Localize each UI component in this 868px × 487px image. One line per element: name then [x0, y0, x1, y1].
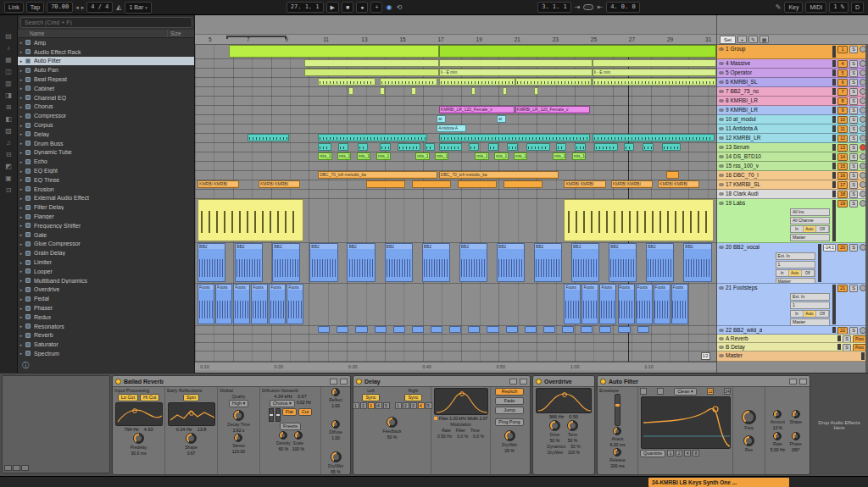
filter-readout[interactable]: Filter 1.00 kHz Width 2.07 — [439, 416, 488, 421]
track-header[interactable]: 20 BB2_vocalExt. In1InAutoOffMaster-14.1… — [717, 243, 868, 284]
post-toggle[interactable]: Post — [853, 335, 866, 343]
clip[interactable]: mis_1 — [475, 152, 489, 160]
spin-rate-value[interactable]: 0.24 Hz — [176, 427, 192, 432]
od-q-value[interactable]: 0.50 — [569, 414, 578, 419]
clip[interactable]: DBC_70_lofi melodic_ka — [318, 171, 437, 179]
track-lane[interactable]: BB2BB2BB2BB2BB2BB2BB2BB2BB2BB2BB2BB2BB2B… — [195, 243, 716, 284]
solo-button[interactable]: S — [849, 144, 858, 152]
mode-jump-button[interactable]: Jump — [495, 407, 524, 414]
track-lane[interactable] — [195, 162, 716, 171]
browser-item[interactable]: ▸Delay — [18, 130, 194, 139]
clip[interactable]: Foots — [581, 284, 598, 324]
drums-icon[interactable]: ▦ — [5, 56, 12, 64]
clip[interactable]: KMRBI KMRBI — [198, 180, 239, 188]
track-number-badge[interactable]: 13 — [837, 144, 848, 152]
track-activator[interactable] — [719, 62, 724, 65]
browser-item[interactable]: ▸Corpus — [18, 120, 194, 130]
input-routing-chooser[interactable]: All Ins — [790, 208, 830, 216]
clip[interactable]: Foots — [233, 284, 250, 324]
scale-knob[interactable] — [294, 431, 303, 440]
clip[interactable]: BB2 — [272, 243, 300, 282]
clip[interactable]: Foots — [287, 284, 303, 324]
clip[interactable]: BB2 — [571, 243, 599, 282]
clip[interactable]: BB2 — [534, 243, 562, 282]
clip[interactable]: KMRBI_LR_120_Female_v — [439, 106, 515, 113]
fold-icon[interactable]: ▸ — [18, 49, 25, 54]
clip[interactable]: KMRBI KMRBI — [658, 180, 699, 188]
clip[interactable] — [593, 134, 715, 141]
clip[interactable]: li - E min — [439, 69, 593, 76]
clip[interactable] — [375, 326, 387, 333]
size-column-header[interactable]: Size — [167, 30, 194, 37]
input-routing-chooser[interactable]: Ext. In — [776, 252, 815, 260]
clip[interactable] — [487, 326, 498, 333]
browser-item[interactable]: ▸Limiter — [18, 257, 194, 267]
fold-icon[interactable]: ▸ — [18, 241, 25, 246]
track-header[interactable]: 5 Operator5S — [717, 69, 868, 78]
fold-icon[interactable]: ▸ — [18, 169, 25, 174]
clip[interactable]: Foots — [654, 284, 670, 324]
solo-button[interactable]: S — [849, 79, 858, 86]
track-header[interactable]: 12 KMRBI_LR12S — [717, 134, 868, 143]
cut-button[interactable]: Cut — [298, 408, 313, 416]
fold-icon[interactable]: ▸ — [18, 58, 25, 64]
solo-button[interactable]: S — [849, 97, 858, 105]
browser-item[interactable]: ▸Overdrive — [18, 285, 194, 295]
instruments-icon[interactable]: ◫ — [5, 68, 12, 75]
clip[interactable]: mis_1 — [514, 152, 528, 160]
dry-wet-knob[interactable] — [504, 430, 515, 441]
clip[interactable]: Foots — [618, 284, 635, 324]
fold-icon[interactable]: ▸ — [18, 251, 25, 256]
automation-arm-icon[interactable]: ◉ — [385, 3, 392, 11]
track-activator[interactable] — [719, 80, 724, 84]
track-header[interactable]: 13 Serum13S — [717, 143, 868, 152]
filter-on-toggle[interactable] — [434, 417, 437, 420]
fold-icon[interactable]: ▸ — [18, 150, 25, 155]
fold-icon[interactable]: ▸ — [18, 324, 25, 329]
loop-switch[interactable] — [583, 4, 593, 10]
output-routing-chooser[interactable]: Master — [776, 278, 815, 283]
lo-cut-button[interactable]: Lo Cut — [118, 394, 138, 401]
track-activator[interactable] — [719, 354, 724, 357]
clip[interactable] — [358, 143, 368, 151]
track-lane[interactable]: Antidota A — [195, 125, 716, 134]
delay-time-button[interactable]: 3 — [410, 402, 417, 409]
shelf-gain-value[interactable]: 0.67 — [298, 394, 307, 399]
track-lane[interactable]: 1/2 — [195, 351, 716, 362]
solo-button[interactable]: S — [849, 172, 858, 180]
monitor-option[interactable]: In — [791, 226, 804, 232]
browser-item[interactable]: ▸External Audio Effect — [18, 194, 194, 203]
quantize-beat-button[interactable]: 1 — [667, 450, 674, 457]
envelope-amount-slider[interactable] — [615, 394, 620, 426]
clip[interactable] — [439, 143, 463, 151]
clip[interactable]: BB2 — [497, 243, 525, 282]
clip[interactable]: DBC_70_lofi melodic_ka — [439, 171, 559, 179]
monitor-option[interactable]: Off — [816, 311, 829, 317]
clip[interactable]: KMRBI_LR_120_Female_v — [515, 106, 591, 113]
solo-button[interactable]: S — [849, 125, 858, 133]
clip[interactable] — [380, 78, 437, 86]
browser-item[interactable]: ▸EQ Eight — [18, 166, 194, 175]
clip[interactable] — [637, 326, 649, 333]
punch-out-icon[interactable]: ⇤ — [596, 3, 604, 11]
clip[interactable] — [643, 143, 653, 151]
grooves-icon[interactable]: ♫ — [6, 139, 11, 147]
track-header[interactable]: 6 KMRBI_SL6S — [717, 78, 868, 87]
browser-item[interactable]: ▸Compressor — [18, 111, 194, 120]
clip[interactable] — [338, 143, 348, 151]
track-header[interactable]: 9 KMRBI_LR9S — [717, 106, 868, 115]
drop-audio-effects-area[interactable]: Drop Audio Effects Here — [812, 375, 866, 475]
clip[interactable]: BB2 — [609, 243, 637, 282]
track-number-badge[interactable]: 9 — [837, 107, 848, 114]
clip[interactable] — [248, 134, 289, 141]
fold-icon[interactable]: ▸ — [18, 260, 25, 265]
nudge-down-icon[interactable]: ◂ — [75, 4, 79, 11]
fold-icon[interactable]: ▸ — [18, 77, 25, 82]
clip[interactable] — [458, 180, 497, 188]
solo-button[interactable]: S — [849, 69, 858, 77]
tone-knob[interactable] — [567, 420, 578, 431]
delay-time-button[interactable]: 2 — [360, 402, 367, 409]
browser-item[interactable]: ▸Filter Delay — [18, 202, 194, 212]
browser-item[interactable]: ▸Spectrum — [18, 349, 194, 358]
track-activator[interactable] — [719, 202, 724, 205]
